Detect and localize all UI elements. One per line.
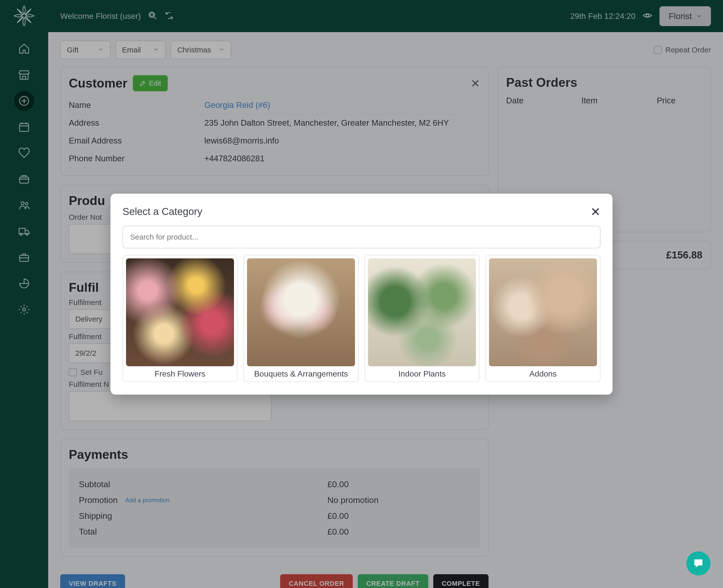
category-addons[interactable]: Addons [485,255,601,382]
bouquets-image [247,258,355,366]
modal-title: Select a Category [122,206,202,217]
indoor-plants-image [368,258,476,366]
category-label: Fresh Flowers [126,369,234,379]
category-modal: Select a Category ✕ Fresh Flowers Bouque… [111,194,612,395]
category-label: Addons [489,369,597,379]
category-indoor-plants[interactable]: Indoor Plants [364,255,480,382]
category-label: Bouquets & Arrangements [247,369,355,379]
addons-image [489,258,597,366]
category-bouquets[interactable]: Bouquets & Arrangements [243,255,359,382]
close-icon[interactable]: ✕ [590,205,601,219]
chat-button[interactable] [686,551,710,575]
category-fresh-flowers[interactable]: Fresh Flowers [122,255,238,382]
modal-overlay[interactable]: Select a Category ✕ Fresh Flowers Bouque… [0,0,723,588]
fresh-flowers-image [126,258,234,366]
category-label: Indoor Plants [368,369,476,379]
search-input[interactable] [122,226,601,248]
